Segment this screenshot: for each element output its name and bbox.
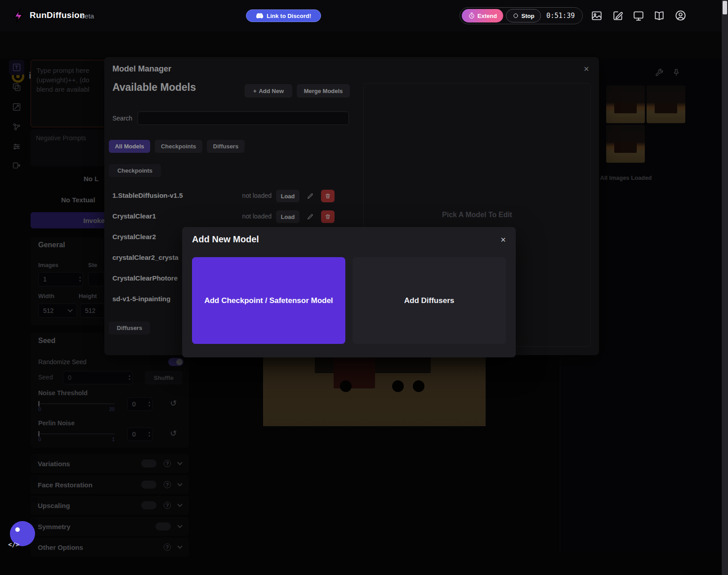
stopwatch-icon xyxy=(468,12,475,19)
account-icon[interactable] xyxy=(674,9,687,22)
add-diffusers-button[interactable]: Add Diffusers xyxy=(353,257,506,344)
stop-circle-icon xyxy=(513,13,519,19)
docs-book-icon[interactable] xyxy=(653,9,665,22)
rundiffusion-logo-icon xyxy=(12,8,27,23)
extend-session-button[interactable]: Extend xyxy=(462,9,503,22)
dev-code-icon[interactable]: </> xyxy=(5,540,22,548)
brand-name: RunDiffusion xyxy=(30,10,85,20)
edit-external-icon[interactable] xyxy=(612,9,624,22)
discord-link-button[interactable]: Link to Discord! xyxy=(246,9,321,22)
add-new-model-title: Add New Model xyxy=(192,234,259,245)
topbar: RunDiffusion beta Link to Discord! Exten… xyxy=(0,0,722,31)
stop-session-button[interactable]: Stop xyxy=(506,9,541,22)
add-new-model-dialog: Add New Model × Add Checkpoint / Safeten… xyxy=(182,227,516,357)
close-icon[interactable]: × xyxy=(497,233,509,246)
page-scrollbar[interactable] xyxy=(722,0,728,575)
extend-button-label: Extend xyxy=(478,13,497,19)
display-icon[interactable] xyxy=(633,9,645,22)
screen: RunDiffusion beta Link to Discord! Exten… xyxy=(0,0,728,575)
gallery-images-icon[interactable] xyxy=(591,9,603,22)
stop-button-label: Stop xyxy=(522,13,535,19)
notification-dot xyxy=(15,527,20,532)
add-checkpoint-button[interactable]: Add Checkpoint / Safetensor Model xyxy=(192,257,345,344)
beta-badge: beta xyxy=(81,12,94,20)
session-timer: 0:51:39 xyxy=(546,12,575,20)
scrollbar-thumb[interactable] xyxy=(723,1,727,14)
session-controls: Extend Stop 0:51:39 xyxy=(460,7,583,24)
discord-icon xyxy=(256,12,264,20)
discord-button-label: Link to Discord! xyxy=(267,13,311,19)
